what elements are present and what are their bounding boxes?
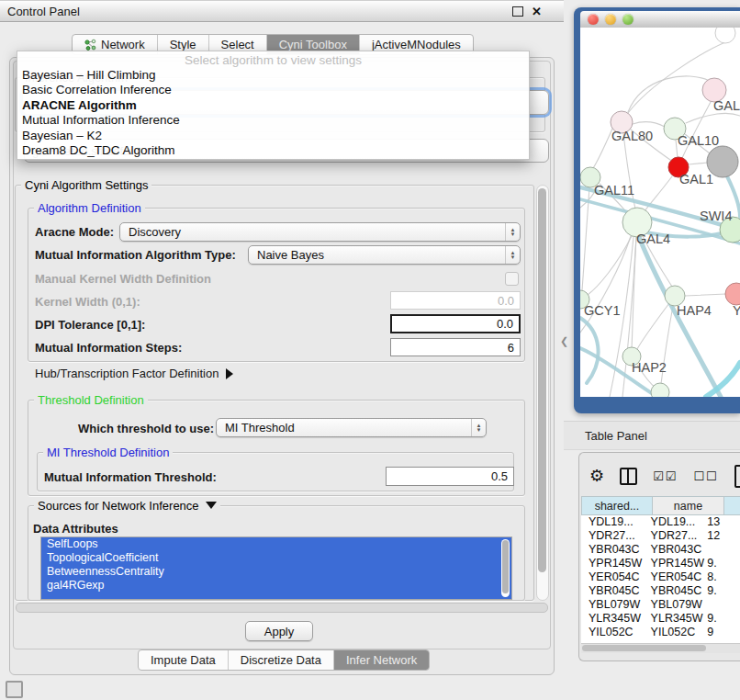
dpi-tolerance-label: DPI Tolerance [0,1]: (35, 318, 145, 332)
node-bottom-partial[interactable] (651, 383, 669, 397)
attribute-item[interactable] (41, 593, 511, 600)
algorithm-option[interactable]: Basic Correlation Inference (17, 83, 529, 97)
tab-infer-network[interactable]: Infer Network (333, 650, 429, 670)
columns-icon[interactable] (620, 468, 637, 485)
algorithm-option[interactable]: Bayesian – K2 (17, 129, 529, 143)
table-row[interactable]: YPR145WYPR145W9. (581, 557, 740, 570)
which-threshold-label: Which threshold to use: (78, 422, 214, 435)
network-window-titlebar[interactable] (580, 11, 740, 28)
table-cell: 8. (705, 570, 740, 584)
which-threshold-value: MI Threshold (225, 421, 295, 435)
column-header[interactable]: shared... (581, 496, 653, 515)
node-label-gal: GAL (713, 98, 740, 113)
table-row[interactable]: YBL079WYBL079W (581, 598, 740, 612)
column-header[interactable] (724, 496, 740, 515)
apply-button[interactable]: Apply (245, 621, 313, 641)
hub-definition-label: Hub/Transcription Factor Definition (35, 367, 219, 380)
close-icon[interactable]: ✕ (532, 6, 542, 17)
gear-icon[interactable]: ⚙ (589, 468, 604, 484)
table-row[interactable]: YBR043CYBR043C (581, 543, 740, 557)
table-cell: YBR043C (644, 543, 706, 557)
algorithm-option[interactable]: Mutual Information Inference (17, 113, 529, 128)
table-cell: YLR345W (581, 612, 644, 626)
minimize-button[interactable] (605, 14, 616, 25)
algorithm-option[interactable]: Dream8 DC_TDC Algorithm (17, 143, 529, 158)
zoom-button[interactable] (622, 14, 633, 25)
node-label-y: Y (733, 303, 740, 318)
kernel-width-field[interactable]: 0.0 (390, 291, 521, 310)
column-header[interactable]: name (653, 496, 724, 515)
dock-panel-icon[interactable] (6, 681, 23, 698)
network-edge (685, 294, 726, 296)
mi-threshold-label: Mutual Information Threshold: (44, 470, 217, 484)
table-row[interactable]: YDL19...YDL19...13 (581, 515, 740, 529)
aracne-mode-combo[interactable]: Discovery ▲▼ (119, 222, 521, 242)
node-label-gal80: GAL80 (611, 129, 653, 143)
chevron-down-icon (206, 502, 217, 509)
table-cell: YIL052C (644, 626, 706, 639)
table-row[interactable]: YIL052CYIL052C9 (581, 626, 740, 639)
table-cell: 12 (705, 529, 740, 543)
aracne-mode-label: Aracne Mode: (35, 225, 114, 239)
sources-group-title: Sources for Network Inference (38, 499, 199, 513)
tab-impute-data[interactable]: Impute Data (139, 650, 228, 670)
threshold-definition-label: Threshold Definition (34, 393, 148, 407)
node-top-partial[interactable] (715, 28, 735, 43)
mi-type-combo[interactable]: Naive Bayes ▲▼ (248, 245, 521, 265)
deselect-all-checks-icon[interactable]: ☐☐ (693, 469, 718, 483)
select-all-checks-icon[interactable]: ☑☑ (653, 469, 678, 483)
algorithm-option[interactable]: ARACNE Algorithm (17, 98, 529, 113)
attribute-item[interactable]: TopologicalCoefficient (41, 551, 511, 565)
hub-definition-toggle[interactable]: Hub/Transcription Factor Definition (35, 367, 233, 380)
attribute-item[interactable]: SelfLoops (41, 537, 511, 551)
panel-collapse-icon[interactable]: ❮ (560, 335, 567, 346)
node-salmon[interactable] (725, 283, 740, 305)
table-row[interactable]: YDR27...YDR27...12 (581, 529, 740, 543)
data-attributes-list[interactable]: SelfLoopsTopologicalCoefficientBetweenne… (40, 536, 512, 600)
network-canvas[interactable]: GALGAL80GAL10GAL1GAL11SWI4GAL4GCY1HAP4YH… (580, 28, 740, 397)
tab-discretize-data[interactable]: Discretize Data (228, 650, 333, 670)
table-cell (705, 598, 740, 612)
mi-steps-field[interactable]: 6 (390, 338, 521, 356)
dpi-tolerance-field[interactable]: 0.0 (390, 314, 521, 333)
table-cell: YER054C (644, 570, 706, 584)
table-horizontal-scrollbar[interactable] (581, 643, 740, 653)
apply-button-label: Apply (264, 625, 295, 638)
kernel-width-value: 0.0 (498, 294, 514, 308)
algorithm-option[interactable]: Bayesian – Hill Climbing (17, 68, 529, 83)
table-cell: YDL19... (644, 515, 706, 529)
table-cell: YPR145W (581, 557, 644, 570)
attribute-item[interactable]: gal4RGexp (41, 579, 511, 593)
table-cell: 9 (705, 626, 740, 639)
manual-kernel-label: Manual Kernel Width Definition (35, 272, 211, 286)
close-button[interactable] (588, 14, 599, 25)
table-cell: 13 (705, 515, 740, 529)
table-row[interactable]: YER054CYER054C8. (581, 570, 740, 584)
settings-vertical-scrollbar[interactable] (536, 185, 549, 601)
table-body: YDL19...YDL19...13YDR27...YDR27...12YBR0… (581, 515, 740, 643)
float-icon[interactable] (512, 6, 523, 17)
mi-steps-value: 6 (508, 341, 514, 355)
mi-threshold-group-label: MI Threshold Definition (43, 446, 173, 459)
table-cell: YDL19... (581, 515, 644, 529)
control-panel-titlebar: Control Panel ✕ (0, 0, 564, 22)
sources-group-label[interactable]: Sources for Network Inference (34, 499, 220, 513)
table-row[interactable]: YBR045CYBR045C9. (581, 584, 740, 598)
table-cell: YDR27... (644, 529, 706, 543)
which-threshold-combo[interactable]: MI Threshold ▲▼ (216, 418, 487, 437)
table-row[interactable]: YLR345WYLR345W9. (581, 612, 740, 626)
settings-horizontal-scrollbar[interactable] (16, 603, 548, 613)
table-cell: YDR27... (581, 529, 644, 543)
dpi-tolerance-value: 0.0 (497, 317, 513, 331)
list-scrollbar[interactable] (501, 539, 510, 597)
mi-threshold-field[interactable]: 0.5 (386, 467, 514, 486)
new-table-icon[interactable] (734, 465, 740, 488)
cyni-algorithm-settings-label: Cyni Algorithm Settings (21, 178, 151, 192)
table-cell: YIL052C (581, 626, 644, 639)
manual-kernel-checkbox[interactable] (505, 272, 519, 286)
table-cell: YBR043C (581, 543, 644, 557)
attribute-item[interactable]: BetweennessCentrality (41, 565, 511, 579)
network-edge (689, 163, 708, 164)
table-cell (705, 543, 740, 557)
mi-steps-label: Mutual Information Steps: (35, 341, 182, 355)
